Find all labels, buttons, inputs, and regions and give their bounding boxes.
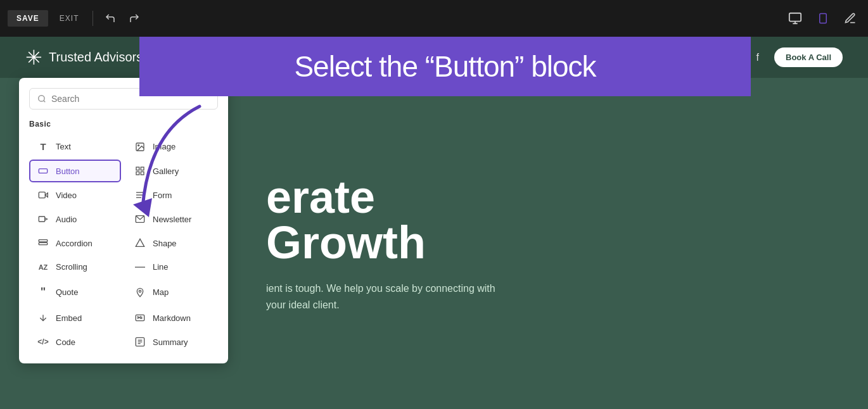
pen-tool-button[interactable]: [840, 9, 860, 27]
block-item-newsletter[interactable]: Newsletter: [126, 208, 218, 230]
line-block-label: Line: [153, 262, 169, 272]
quote-block-label: Quote: [56, 287, 78, 297]
instruction-text: Select the “Button” block: [165, 49, 725, 84]
accordion-block-icon: [37, 238, 49, 248]
facebook-icon: f: [756, 52, 759, 63]
gallery-block-icon: [134, 166, 146, 176]
image-block-label: Image: [153, 142, 176, 151]
block-item-quote[interactable]: " Quote: [29, 279, 121, 305]
code-block-icon: </>: [37, 337, 49, 346]
block-item-scrolling[interactable]: AZ Scrolling: [29, 256, 121, 278]
mobile-view-button[interactable]: [814, 9, 833, 28]
redo-icon: [129, 13, 140, 24]
logo-text: Trusted Advisors: [49, 50, 143, 65]
svg-point-27: [139, 290, 141, 292]
svg-marker-25: [136, 239, 144, 246]
accordion-block-label: Accordion: [56, 239, 93, 248]
exit-button[interactable]: EXIT: [53, 10, 86, 27]
block-item-form[interactable]: Form: [126, 184, 218, 206]
svg-rect-10: [39, 169, 47, 173]
video-block-icon: [37, 190, 49, 200]
form-block-icon: [134, 190, 146, 200]
desktop-icon: [788, 11, 802, 25]
hero-title: erate Growth: [266, 174, 830, 265]
svg-rect-13: [136, 172, 139, 175]
logo-star-icon: ✳: [25, 46, 42, 70]
section-label: Basic: [29, 120, 218, 129]
svg-rect-24: [39, 242, 47, 244]
newsletter-block-icon: [134, 214, 146, 224]
svg-marker-21: [45, 218, 48, 220]
canvas: ✳ Trusted Advisors About Services Testim…: [0, 37, 868, 409]
scrolling-block-label: Scrolling: [56, 262, 87, 272]
text-block-label: Text: [56, 142, 71, 151]
scrolling-block-icon: AZ: [37, 263, 49, 271]
svg-rect-3: [820, 14, 827, 23]
block-item-accordion[interactable]: Accordion: [29, 232, 121, 255]
undo-button[interactable]: [101, 10, 120, 27]
block-item-shape[interactable]: Shape: [126, 232, 218, 255]
site-hero: erate Growth ient is tough. We help you …: [228, 78, 868, 409]
svg-rect-23: [39, 240, 47, 242]
svg-rect-15: [39, 192, 45, 198]
svg-rect-11: [136, 167, 139, 170]
save-button[interactable]: SAVE: [8, 10, 48, 27]
summary-block-icon: [134, 337, 146, 347]
block-item-button[interactable]: Button: [29, 160, 121, 182]
image-block-icon: [134, 142, 146, 152]
block-item-code[interactable]: </> Code: [29, 330, 121, 353]
shape-block-label: Shape: [153, 239, 177, 248]
block-item-image[interactable]: Image: [126, 135, 218, 158]
markdown-block-icon: [134, 313, 146, 323]
block-item-audio[interactable]: Audio: [29, 208, 121, 230]
hero-subtitle: ient is tough. We help you scale by conn…: [266, 280, 507, 313]
block-item-video[interactable]: Video: [29, 184, 121, 206]
block-grid: T Text Image Button Gallery: [29, 135, 218, 353]
block-item-markdown[interactable]: Markdown: [126, 306, 218, 329]
line-block-icon: [134, 266, 146, 268]
audio-block-icon: [37, 214, 49, 224]
search-icon: [37, 94, 46, 103]
toolbar-right: [784, 9, 860, 28]
svg-point-6: [39, 96, 44, 101]
block-item-map[interactable]: Map: [126, 279, 218, 305]
desktop-view-button[interactable]: [784, 9, 806, 28]
embed-block-icon: [37, 313, 49, 323]
site-logo: ✳ Trusted Advisors: [25, 46, 143, 70]
undo-icon: [105, 13, 116, 24]
svg-rect-12: [141, 167, 144, 170]
block-item-embed[interactable]: Embed: [29, 306, 121, 329]
code-block-label: Code: [56, 337, 75, 347]
svg-rect-14: [141, 172, 144, 175]
block-item-line[interactable]: Line: [126, 256, 218, 278]
summary-block-label: Summary: [153, 337, 188, 347]
svg-rect-20: [39, 217, 44, 222]
audio-block-label: Audio: [56, 215, 77, 224]
block-item-gallery[interactable]: Gallery: [126, 160, 218, 182]
block-picker-panel: Basic T Text Image Button: [19, 78, 228, 363]
video-block-label: Video: [56, 191, 77, 200]
embed-block-label: Embed: [56, 313, 82, 323]
block-item-summary[interactable]: Summary: [126, 330, 218, 353]
toolbar: SAVE EXIT: [0, 0, 868, 37]
svg-rect-0: [789, 13, 801, 22]
button-block-icon: [37, 166, 49, 176]
markdown-block-label: Markdown: [153, 313, 191, 323]
button-block-label: Button: [56, 167, 80, 176]
map-block-icon: [134, 287, 146, 298]
hero-title-line1: erate: [266, 172, 375, 222]
text-block-icon: T: [37, 141, 49, 152]
pen-icon: [844, 12, 857, 25]
form-block-label: Form: [153, 191, 172, 200]
redo-button[interactable]: [125, 10, 144, 27]
quote-block-icon: ": [37, 286, 49, 299]
block-item-text[interactable]: T Text: [29, 135, 121, 158]
hero-title-line2: Growth: [266, 217, 426, 268]
shape-block-icon: [134, 238, 146, 248]
map-block-label: Map: [153, 287, 169, 297]
book-call-button[interactable]: Book A Call: [774, 47, 843, 67]
svg-line-7: [44, 101, 46, 103]
mobile-icon: [817, 11, 829, 25]
gallery-block-label: Gallery: [153, 167, 179, 176]
svg-point-9: [138, 144, 139, 146]
